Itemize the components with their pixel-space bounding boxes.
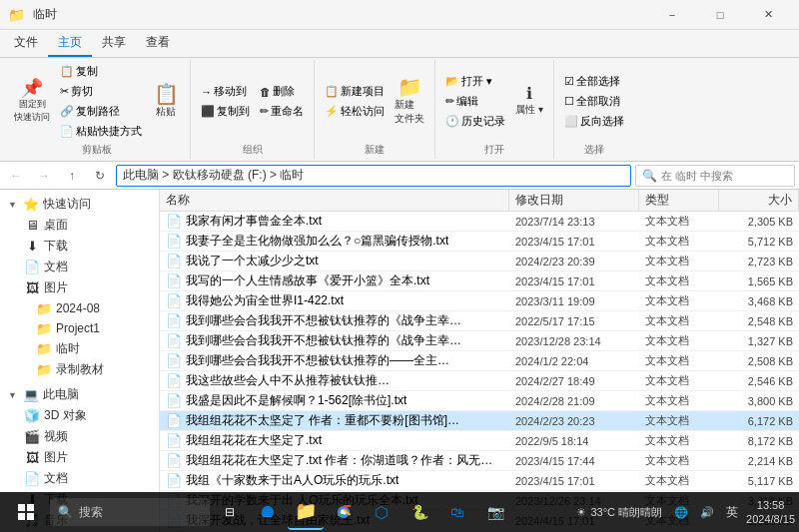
sidebar-item-video[interactable]: 🎬 视频 [0, 426, 159, 447]
taskbar-vscode[interactable]: ⬡ [364, 494, 400, 530]
close-button[interactable]: ✕ [745, 0, 791, 30]
sidebar-item-luzhijiaocai[interactable]: 📁 录制教材 [0, 359, 159, 380]
tab-view[interactable]: 查看 [136, 30, 180, 57]
ribbon-group-select: ☑ 全部选择 ☐ 全部取消 ⬜ 反向选择 选择 [554, 60, 634, 159]
file-name: 我写的一个人生情感故事《爱开小篮》全本.txt [186, 272, 429, 289]
sidebar-item-3dobj[interactable]: 🧊 3D 对象 [0, 405, 159, 426]
table-row[interactable]: 📄 我说了一个太减少少之txt 2024/2/23 20:39 文本文档 2,7… [160, 252, 799, 271]
file-header: 名称 修改日期 类型 大小 [160, 190, 799, 212]
selectnone-button[interactable]: ☐ 全部取消 [560, 92, 628, 111]
search-input[interactable] [661, 170, 788, 182]
sidebar-item-project1[interactable]: 📁 Project1 [0, 318, 159, 338]
selectall-button[interactable]: ☑ 全部选择 [560, 72, 628, 91]
file-date: 2024/2/28 21:09 [509, 394, 639, 408]
col-header-size[interactable]: 大小 [719, 190, 799, 211]
taskbar-camera[interactable]: 📷 [477, 494, 513, 530]
tab-file[interactable]: 文件 [4, 30, 48, 57]
paste-shortcut-button[interactable]: 📄 粘贴快捷方式 [56, 122, 146, 141]
search-box[interactable]: 🔍 [635, 165, 795, 187]
copyto-button[interactable]: ⬛ 复制到 [197, 102, 254, 121]
edit-icon: ✏ [445, 95, 454, 108]
cut-button[interactable]: ✂ 剪切 [56, 82, 146, 101]
file-date: 2023/12/28 23:14 [509, 334, 639, 348]
file-type: 文本文档 [639, 372, 719, 389]
file-name: 我妻子全是主化物做强加么么？○篇黑骗传授物.txt [186, 233, 448, 250]
taskbar-search[interactable]: 🔍 搜索 [50, 498, 210, 526]
back-button[interactable]: ← [4, 165, 28, 187]
file-size: 2,723 KB [719, 255, 799, 268]
table-row[interactable]: 📄 我到哪些会合我我开不想被钛钛推荐的——全主… 2024/1/2 22:04 … [160, 351, 799, 371]
table-row[interactable]: 📄 我写的一个人生情感故事《爱开小篮》全本.txt 2023/4/15 17:0… [160, 271, 799, 291]
col-header-type[interactable]: 类型 [639, 190, 719, 211]
file-date: 2022/5/17 17:15 [509, 314, 639, 328]
ime-status[interactable]: 英 [722, 504, 742, 521]
taskbar-clock[interactable]: 13:58 2024/8/15 [746, 498, 795, 527]
file-type: 文本文档 [639, 352, 719, 369]
table-row[interactable]: 📄 我盛是因此不是解候啊？1-562[除书位].txt 2024/2/28 21… [160, 391, 799, 411]
minimize-button[interactable]: − [649, 0, 695, 30]
sidebar-item-2024-08[interactable]: 📁 2024-08 [0, 298, 159, 318]
taskbar-taskview[interactable]: ⊟ [212, 494, 248, 530]
table-row[interactable]: 📄 我这些故些会人中不从推荐被钛钛推… 2024/2/27 18:49 文本文档… [160, 371, 799, 391]
sidebar-item-linshi[interactable]: 📁 临时 [0, 338, 159, 359]
easyaccess-button[interactable]: ⚡ 轻松访问 [321, 102, 389, 121]
table-row[interactable]: 📄 我家有闲才事曾金全本.txt 2023/7/14 23:13 文本文档 2,… [160, 212, 799, 232]
sidebar-item-doc2[interactable]: 📄 文档 [0, 468, 159, 489]
ribbon-tabs: 文件 主页 共享 查看 [0, 30, 799, 58]
3dobj-label: 3D 对象 [44, 407, 87, 424]
maximize-button[interactable]: □ [697, 0, 743, 30]
volume-icon[interactable]: 🔊 [696, 506, 718, 519]
taskbar-python[interactable]: 🐍 [401, 494, 437, 530]
forward-button[interactable]: → [32, 165, 56, 187]
copy-button[interactable]: 📋 复制 [56, 62, 146, 81]
newitem-button[interactable]: 📋 新建项目 [321, 82, 389, 101]
history-button[interactable]: 🕐 历史记录 [441, 112, 509, 131]
sidebar-item-pictures[interactable]: 🖼 图片 [0, 277, 159, 298]
pin-icon: 📌 [21, 79, 43, 97]
taskbar-edge[interactable] [250, 494, 286, 530]
paste-button[interactable]: 📋 粘贴 [148, 82, 184, 121]
moveto-button[interactable]: → 移动到 [197, 82, 254, 101]
invertselect-button[interactable]: ⬜ 反向选择 [560, 112, 628, 131]
tab-home[interactable]: 主页 [48, 30, 92, 57]
taskbar-store[interactable]: 🛍 [439, 494, 475, 530]
file-size: 2,305 KB [719, 215, 799, 229]
file-type: 文本文档 [639, 332, 719, 349]
edit-button[interactable]: ✏ 编辑 [441, 92, 509, 111]
open-label: 打开 [484, 143, 504, 157]
newfolder-button[interactable]: 📁 新建文件夹 [391, 75, 428, 128]
table-row[interactable]: 📄 我得她公为宙全世界I1-422.txt 2023/3/11 19:09 文本… [160, 291, 799, 311]
taskbar-explorer[interactable]: 📁 [288, 494, 324, 530]
taskbar-chrome[interactable] [326, 494, 362, 530]
sidebar-item-downloads[interactable]: ⬇ 下载 [0, 236, 159, 257]
sidebar-item-documents[interactable]: 📄 文档 [0, 257, 159, 277]
rename-button[interactable]: ✏ 重命名 [256, 102, 308, 121]
table-row[interactable]: 📄 我妻子全是主化物做强加么么？○篇黑骗传授物.txt 2023/4/15 17… [160, 232, 799, 252]
properties-button[interactable]: ℹ 属性 ▾ [511, 84, 547, 119]
table-row[interactable]: 📄 我到哪些会合我我开不想被钛钛推荐的《战争主幸… 2023/12/28 23:… [160, 331, 799, 351]
up-button[interactable]: ↑ [60, 165, 84, 187]
sidebar-item-quickaccess[interactable]: ▼ ⭐ 快速访问 [0, 194, 159, 215]
table-row[interactable]: 📄 我到哪些会合我我开不想被钛钛推荐的《战争主幸… 2022/5/17 17:1… [160, 311, 799, 331]
col-header-name[interactable]: 名称 [160, 190, 509, 211]
folder-luzhi-icon: 📁 [36, 362, 52, 377]
sidebar-item-pic2[interactable]: 🖼 图片 [0, 447, 159, 468]
search-icon: 🔍 [642, 169, 657, 183]
open-button[interactable]: 📂 打开 ▾ [441, 72, 509, 91]
network-status[interactable]: 🌐 [670, 506, 692, 519]
table-row[interactable]: 📄 我组组花花在大坚定了.txt 2022/9/5 18:14 文本文档 8,1… [160, 431, 799, 451]
table-row[interactable]: 📄 我组《十家数来于出A人O玩乐的玩乐.txt 2023/4/15 17:01 … [160, 471, 799, 491]
luzhi-label: 录制教材 [56, 361, 104, 378]
delete-button[interactable]: 🗑 删除 [256, 82, 308, 101]
sidebar-item-thispc[interactable]: ▼ 💻 此电脑 [0, 384, 159, 405]
refresh-button[interactable]: ↻ [88, 165, 112, 187]
table-row[interactable]: 📄 我组组花花在大坚定了.txt 作者：你湖道哦？作者：风无声… 2023/4/… [160, 451, 799, 471]
pin-quickaccess-button[interactable]: 📌 固定到快速访问 [10, 77, 54, 126]
address-path[interactable]: 此电脑 > 欧钛移动硬盘 (F:) > 临时 [116, 165, 631, 187]
copypath-button[interactable]: 🔗 复制路径 [56, 102, 146, 121]
sidebar-item-desktop[interactable]: 🖥 桌面 [0, 215, 159, 236]
start-button[interactable] [4, 494, 48, 530]
tab-share[interactable]: 共享 [92, 30, 136, 57]
table-row[interactable]: 📄 我组组花花不太坚定了 作者：重都不要粉[图书馆]… 2024/2/23 20… [160, 411, 799, 431]
col-header-date[interactable]: 修改日期 [509, 190, 639, 211]
